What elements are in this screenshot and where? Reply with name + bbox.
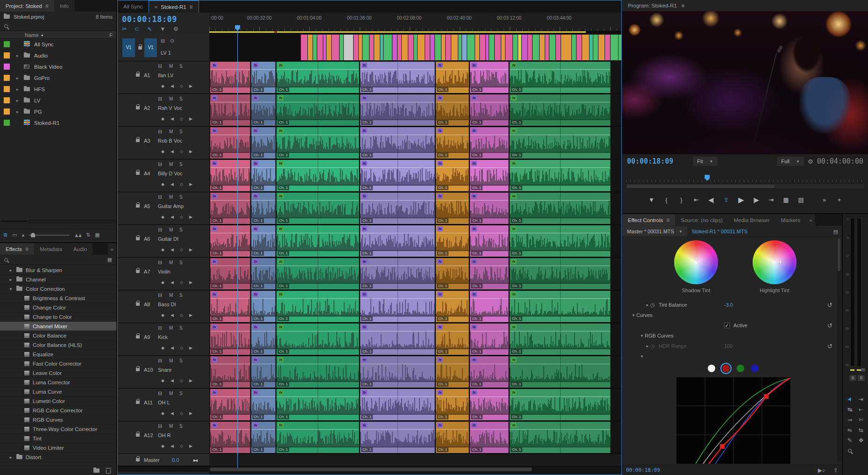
volume-rubber-band[interactable] <box>470 364 508 364</box>
fx-badge[interactable]: fx <box>437 357 443 362</box>
mute-button[interactable]: M <box>169 162 173 167</box>
lock-icon[interactable] <box>136 139 140 142</box>
mute-button[interactable]: M <box>169 129 173 134</box>
volume-rubber-band[interactable] <box>210 135 250 135</box>
volume-rubber-band[interactable] <box>251 200 275 201</box>
volume-rubber-band[interactable] <box>251 167 275 168</box>
a7-track-header[interactable]: ⊟MSA7Violin◆◀◇▶ <box>118 258 209 290</box>
audio-clip[interactable]: fxCh. 1 <box>360 422 435 453</box>
volume-rubber-band[interactable] <box>210 102 250 102</box>
track-settings-icon[interactable]: ⊟ <box>158 325 162 331</box>
audio-clip[interactable]: fxCh. 1 <box>277 193 359 224</box>
fx-badge[interactable]: fx <box>471 423 477 428</box>
volume-rubber-band[interactable] <box>436 233 469 233</box>
video-clip[interactable] <box>467 35 475 60</box>
audio-clip[interactable]: fxCh. 1 <box>510 258 611 289</box>
a11-track-header[interactable]: ⊟MSA11OH L◆◀◇▶ <box>118 389 209 421</box>
audio-clip[interactable]: fxCh. 1 <box>510 291 611 322</box>
keyframe-nav-icon[interactable]: ◀ <box>171 411 174 416</box>
keyframe-nav-icon[interactable]: ◆ <box>161 116 164 121</box>
track-select-forward-tool[interactable]: ⇥ <box>856 395 866 404</box>
lock-icon[interactable] <box>136 270 140 273</box>
solo-left-button[interactable]: S <box>849 375 856 381</box>
fx-badge[interactable]: fx <box>437 63 443 68</box>
green-channel-dot[interactable] <box>737 365 744 372</box>
audio-clip[interactable]: fxCh. 1 <box>360 291 435 322</box>
track-settings-icon[interactable]: ⊟ <box>158 292 162 298</box>
effect-item-leave-color[interactable]: Leave Color <box>0 368 116 378</box>
keyframe-nav-icon[interactable]: ◀ <box>171 215 174 219</box>
keyframe-nav-icon[interactable]: ▶ <box>189 84 192 88</box>
video-clip[interactable] <box>561 35 571 60</box>
label-color-swatch[interactable] <box>4 108 10 115</box>
video-clip[interactable] <box>489 35 494 60</box>
keyframe-nav-icon[interactable]: ◇ <box>180 182 183 187</box>
master-track-header[interactable]: Master0.0▸◂ <box>118 454 209 466</box>
audio-clip[interactable]: fxCh. 1 <box>210 422 250 453</box>
fx-badge[interactable]: fx <box>253 259 258 264</box>
effect-item-luma-curve[interactable]: Luma Curve <box>0 387 116 396</box>
close-icon[interactable]: × <box>155 4 158 10</box>
keyframe-nav-icon[interactable]: ◇ <box>180 247 183 252</box>
audio-clip[interactable]: fxCh. 1 <box>251 291 276 322</box>
lock-icon[interactable] <box>136 73 140 77</box>
volume-rubber-band[interactable] <box>470 331 508 331</box>
fx-badge[interactable]: fx <box>362 390 367 395</box>
v1-source-assign[interactable]: V1 <box>122 38 135 57</box>
effect-item-fast-color-corrector[interactable]: Fast Color Corrector <box>0 359 116 368</box>
keyframe-nav-icon[interactable]: ▶ <box>189 215 192 219</box>
keyframe-nav-icon[interactable]: ▶ <box>189 280 192 285</box>
fx-badge[interactable]: fx <box>212 423 217 428</box>
keyframe-nav-icon[interactable]: ▶ <box>189 247 192 252</box>
effect-item-video-limiter[interactable]: Video Limiter <box>0 443 116 453</box>
solo-button[interactable]: S <box>179 260 183 265</box>
lock-icon[interactable] <box>136 204 140 208</box>
keyframe-nav-icon[interactable]: ▶ <box>189 182 192 187</box>
audio-clip[interactable]: fxCh. 1 <box>277 160 359 191</box>
volume-rubber-band[interactable] <box>251 331 275 331</box>
fx-badge[interactable]: fx <box>253 161 258 166</box>
video-clip[interactable] <box>384 35 392 60</box>
a1-track-header[interactable]: ⊟MSA1Ilan LV◆◀◇▶ <box>118 61 209 94</box>
audio-clip[interactable]: fxCh. 1 <box>436 160 469 191</box>
video-clip[interactable] <box>354 35 358 60</box>
audio-clip[interactable]: fxCh. 1 <box>470 291 509 322</box>
tab-media-browser[interactable]: Media Browser <box>728 214 776 226</box>
keyframe-nav-icon[interactable]: ◇ <box>180 345 183 350</box>
twirl-icon[interactable]: ▸ <box>16 76 24 80</box>
fx-badge[interactable]: fx <box>471 324 477 330</box>
fx-badge[interactable]: fx <box>437 95 443 101</box>
keyframe-nav-icon[interactable]: ▶ <box>189 378 192 383</box>
volume-rubber-band[interactable] <box>436 266 469 266</box>
project-item-all-sync[interactable]: All Sync <box>0 39 116 50</box>
track-settings-icon[interactable]: ⊟ <box>158 96 162 102</box>
audio-clip[interactable]: fxCh. 1 <box>470 258 509 289</box>
reset-icon[interactable]: ↺ <box>827 322 832 329</box>
fx-badge[interactable]: fx <box>511 95 517 101</box>
a3-track-header[interactable]: ⊟MSA3Rob B Voc◆◀◇▶ <box>118 127 209 159</box>
mute-button[interactable]: M <box>169 227 173 232</box>
video-clip[interactable] <box>446 35 451 60</box>
audio-clip[interactable]: fxCh. 1 <box>210 62 250 93</box>
keyframe-nav-icon[interactable]: ◀ <box>171 116 174 121</box>
keyframe-nav-icon[interactable]: ◆ <box>161 411 164 416</box>
volume-rubber-band[interactable] <box>436 167 469 168</box>
twirl-icon[interactable]: ▸ <box>645 344 650 348</box>
fx-badge[interactable]: fx <box>437 161 443 166</box>
red-channel-dot[interactable] <box>722 365 730 372</box>
solo-button[interactable]: S <box>179 325 183 331</box>
project-item-hfs[interactable]: ▸HFS <box>0 84 116 95</box>
fx-badge[interactable]: fx <box>511 226 517 231</box>
keyframe-nav-icon[interactable]: ◇ <box>180 411 183 416</box>
more-options-chevron[interactable]: » <box>818 194 830 205</box>
fx-badge[interactable]: fx <box>212 259 217 264</box>
zoom-slider[interactable] <box>29 235 69 236</box>
track-settings-icon[interactable]: ⊟ <box>158 161 162 167</box>
video-clip[interactable] <box>611 35 618 60</box>
panel-menu-icon[interactable]: ≡ <box>666 217 669 223</box>
audio-clip[interactable]: fxCh. 1 <box>436 94 469 126</box>
video-clip[interactable] <box>317 35 323 60</box>
volume-rubber-band[interactable] <box>436 429 469 430</box>
fx-badge[interactable]: fx <box>511 292 517 297</box>
audio-clip[interactable]: fxCh. 1 <box>470 94 509 126</box>
